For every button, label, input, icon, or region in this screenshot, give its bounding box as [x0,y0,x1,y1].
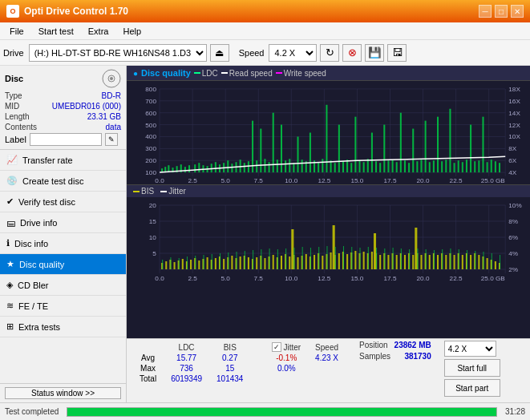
nav-transfer-rate[interactable]: 📈 Transfer rate [0,150,126,171]
svg-rect-66 [334,163,336,172]
col-empty [251,342,264,352]
drive-info-icon: 🖴 [6,218,15,228]
nav-disc-info[interactable]: ℹ Disc info [0,233,126,254]
svg-rect-280 [500,255,500,269]
avg-speed: 4.23 X [309,353,345,362]
nav-create-test-disc[interactable]: 💿 Create test disc [0,171,126,192]
avg-bis: 0.27 [210,353,249,362]
svg-rect-79 [387,160,389,172]
total-bis: 101434 [210,374,249,383]
nav-drive-info-label: Drive info [20,218,57,228]
max-bis: 15 [210,364,249,373]
start-part-button[interactable]: Start part [444,379,500,397]
nav-extra-tests[interactable]: ⊞ Extra tests [0,317,126,337]
svg-text:17.5: 17.5 [384,275,397,282]
position-value: 23862 MB [394,341,431,349]
nav-disc-quality[interactable]: ★ Disc quality [0,254,126,275]
svg-rect-163 [207,257,208,269]
label-input[interactable] [30,133,102,146]
svg-rect-193 [314,255,315,269]
minimize-button[interactable]: ─ [479,5,492,18]
svg-rect-103 [487,162,488,172]
nav-drive-info[interactable]: 🖴 Drive info [0,212,126,233]
total-ldc: 6019349 [164,374,208,383]
maximize-button[interactable]: □ [495,5,508,18]
nav-verify-test-disc[interactable]: ✔ Verify test disc [0,192,126,212]
disc-contents-row: Contents data [5,123,121,131]
speed-select[interactable]: 4.2 X [269,44,317,62]
svg-rect-278 [483,252,483,269]
svg-text:12X: 12X [508,122,520,129]
disc-icon [102,69,121,88]
left-panel: Disc Type BD-R MID UMEBDR016 (000) Lengt… [0,66,127,402]
nav-disc-quality-label: Disc quality [19,260,64,269]
max-speed-empty [309,364,345,373]
col-bis: BIS [210,342,249,352]
svg-text:200: 200 [145,157,156,164]
menu-help[interactable]: Help [116,25,148,38]
status-window-button[interactable]: Status window >> [5,387,121,399]
time-display: 31:28 [505,407,525,416]
nav-disc-info-label: Disc info [14,239,48,248]
mid-value: UMEBDR016 (000) [52,102,121,111]
svg-rect-41 [231,164,233,172]
svg-rect-57 [297,136,298,172]
legend-jitter-label: Jitter [168,187,186,196]
nav-cd-bler[interactable]: ◈ CD Bler [0,275,126,296]
svg-rect-106 [499,163,500,172]
disc-mid-row: MID UMEBDR016 (000) [5,102,121,111]
svg-text:7.5: 7.5 [254,275,264,282]
disc-header: Disc [5,69,121,88]
svg-rect-51 [273,113,274,172]
contents-label: Contents [5,123,37,131]
svg-rect-241 [179,258,180,269]
svg-rect-97 [462,162,463,172]
col-label [133,342,163,352]
svg-rect-268 [401,248,402,269]
svg-text:10.0: 10.0 [285,177,297,184]
svg-rect-87 [420,160,422,172]
svg-text:22.5: 22.5 [450,177,463,184]
nav-fe-te[interactable]: ≋ FE / TE [0,296,126,317]
menu-start-test[interactable]: Start test [32,25,80,38]
svg-rect-223 [437,255,439,269]
disc-type-row: Type BD-R [5,91,121,100]
erase-button[interactable]: ⊗ [342,44,362,62]
svg-rect-185 [281,256,282,269]
refresh-button[interactable]: ↻ [320,44,339,62]
svg-rect-259 [326,246,327,269]
svg-rect-101 [478,160,479,172]
ldc-color [194,72,200,74]
write-speed-color [276,72,282,74]
total-row: Total 6019349 101434 [133,374,345,383]
svg-text:8X: 8X [508,145,517,152]
label-edit-button[interactable]: ✎ [105,133,118,146]
drive-select[interactable]: (H:) HL-DT-ST BD-RE WH16NS48 1.D3 [29,44,207,62]
svg-rect-100 [474,161,475,172]
svg-rect-62 [318,162,319,172]
svg-rect-267 [393,248,394,269]
start-full-button[interactable]: Start full [444,359,500,377]
status-text: Test completed [5,407,59,416]
save-button[interactable]: 🖫 [387,44,407,62]
svg-rect-271 [426,249,427,269]
svg-rect-254 [285,248,286,269]
fe-te-icon: ≋ [6,301,14,311]
svg-text:20.0: 20.0 [417,275,430,282]
jitter-checkbox[interactable]: ✓ [272,342,281,352]
avg-empty [251,353,264,362]
svg-rect-40 [227,160,229,172]
svg-text:20: 20 [149,202,157,209]
svg-rect-179 [256,257,257,269]
chart-header: ● Disc quality LDC Read speed Write spee… [127,66,530,81]
close-button[interactable]: ✕ [511,5,524,18]
eject-button[interactable]: ⏏ [210,44,229,62]
speed-select-small[interactable]: 4.2 X [444,341,496,357]
svg-text:300: 300 [145,145,156,152]
col-ldc: LDC [164,342,208,352]
svg-rect-177 [248,257,249,269]
menu-extra[interactable]: Extra [82,25,115,38]
svg-text:100: 100 [145,169,156,176]
burn-button[interactable]: 💾 [365,44,384,62]
menu-file[interactable]: File [3,25,30,38]
